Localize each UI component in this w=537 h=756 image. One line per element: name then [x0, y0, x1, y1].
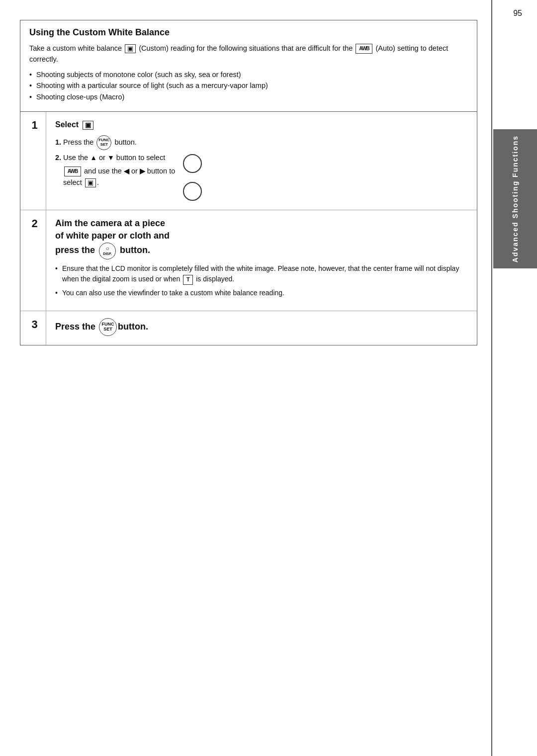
disp-icon: ○ DISP. [99, 243, 116, 259]
up-arrow: ▲ [90, 154, 97, 162]
section-title: Using the Custom White Balance [29, 27, 468, 38]
step-1: 1 Select 1. Press the FUNC SET button. [20, 112, 477, 210]
main-content: Using the Custom White Balance Take a cu… [20, 20, 477, 345]
step-1-heading: Select [55, 119, 469, 131]
step-3: 3 Press the FUNC SET button. [20, 311, 477, 345]
or-text-1: or [99, 154, 105, 162]
intro-text: Take a custom white balance (Custom) rea… [29, 43, 468, 65]
or-text-2: or [131, 167, 138, 175]
vertical-rule [491, 0, 492, 756]
step-2-content: Aim the camera at a piece of white paper… [46, 210, 477, 310]
step1-custom-wb-icon [83, 121, 93, 130]
bullet-item: Shooting with a particular source of lig… [29, 80, 468, 91]
step-1-heading-text: Select [55, 119, 79, 131]
step-2-heading-line1: Aim the camera at a piece [55, 218, 165, 228]
right-arrow: ▶ [140, 167, 145, 175]
step-2-bullet-2: You can also use the viewfinder to take … [55, 288, 469, 299]
bullet-item: Shooting close-ups (Macro) [29, 91, 468, 102]
step-3-button: button. [118, 320, 148, 334]
circle-icon-1 [183, 154, 202, 173]
down-arrow: ▼ [107, 154, 114, 162]
step-2-heading-line3: press the ○ DISP. button. [55, 245, 150, 255]
step-2-heading-line2: of white paper or cloth and [55, 231, 170, 241]
bullet-list: Shooting subjects of monotone color (suc… [29, 69, 468, 102]
step-3-content: Press the FUNC SET button. [46, 311, 477, 345]
step-1-sub2: 2. Use the ▲ or ▼ button to select [55, 152, 175, 164]
sub1-text: 1. Press the FUNC SET button. [55, 135, 137, 150]
step1-custom-wb-icon-2 [85, 178, 96, 187]
step-1-sub1: 1. Press the FUNC SET button. [55, 135, 469, 150]
func-set-icon-3: FUNC SET [99, 318, 117, 336]
step-2-bullets: Ensure that the LCD monitor is completel… [55, 263, 469, 299]
awb-icon-step1: AWB [64, 167, 81, 176]
steps-container: 1 Select 1. Press the FUNC SET button. [20, 112, 477, 345]
step-2-number: 2 [20, 210, 46, 310]
section-box: Using the Custom White Balance Take a cu… [20, 20, 477, 112]
custom-wb-icon [125, 44, 136, 53]
step-3-press: Press the [55, 320, 95, 334]
page-number: 95 [513, 9, 522, 18]
sidebar-block: Advanced Shooting Functions [493, 129, 537, 268]
t-icon: T [183, 275, 193, 285]
circle-icon-2 [183, 182, 202, 201]
awb-icon: AWB [356, 44, 372, 54]
step-2: 2 Aim the camera at a piece of white pap… [20, 210, 477, 311]
step-3-number: 3 [20, 311, 46, 345]
func-set-icon-1: FUNC SET [96, 135, 111, 150]
step-1-sub4: select . [63, 177, 175, 188]
step-3-heading: Press the FUNC SET button. [55, 318, 469, 336]
step-2-bullet-1: Ensure that the LCD monitor is completel… [55, 263, 469, 285]
left-arrow: ◀ [124, 167, 129, 175]
step-1-number: 1 [20, 112, 46, 210]
sidebar-label: Advanced Shooting Functions [511, 135, 519, 262]
step-1-content: Select 1. Press the FUNC SET button. [46, 112, 477, 210]
sub2-text: 2. Use the ▲ or ▼ button to select [55, 152, 165, 164]
bullet-item: Shooting subjects of monotone color (suc… [29, 69, 468, 80]
step-1-sub3: AWB and use the ◀ or ▶ button to [63, 166, 175, 177]
step-2-heading: Aim the camera at a piece of white paper… [55, 217, 469, 259]
